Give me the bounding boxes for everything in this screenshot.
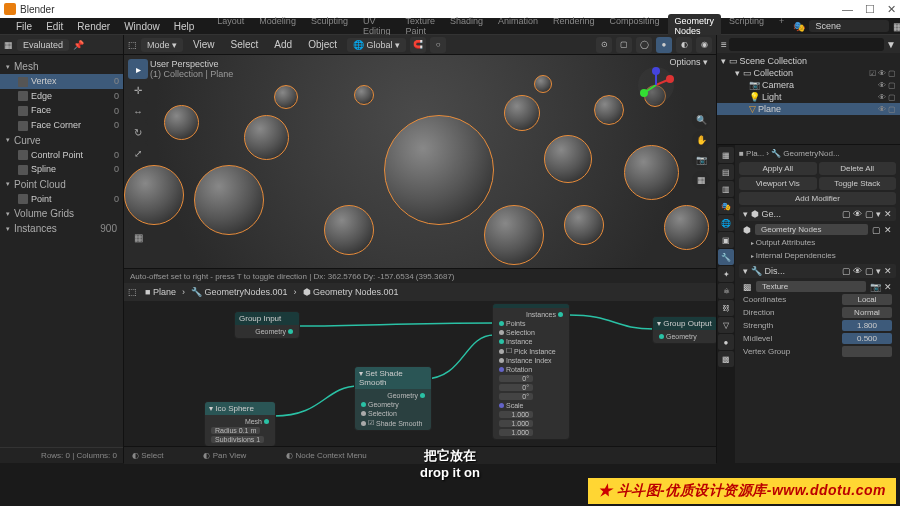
group-curve[interactable]: Curve — [0, 133, 123, 148]
editor-type-icon[interactable]: ⬚ — [128, 40, 137, 50]
vp-view[interactable]: View — [187, 37, 221, 52]
group-pointcloud[interactable]: Point Cloud — [0, 177, 123, 192]
group-volume[interactable]: Volume Grids — [0, 206, 123, 221]
shading-matprev-icon[interactable]: ◐ — [676, 37, 692, 53]
nodetree-name[interactable]: Geometry Nodes — [755, 224, 868, 235]
menu-render[interactable]: Render — [71, 19, 116, 34]
eval-mode-dropdown[interactable]: Evaluated — [17, 39, 69, 51]
proptab-modifier[interactable]: 🔧 — [718, 249, 734, 265]
delete-all-button[interactable]: Delete All — [819, 162, 897, 175]
attr-point[interactable]: Point0 — [0, 192, 123, 207]
proportional-icon[interactable]: ○ — [430, 37, 446, 53]
close-button[interactable]: ✕ — [887, 3, 896, 16]
shading-solid-icon[interactable]: ● — [656, 37, 672, 53]
tool-move[interactable]: ↔ — [128, 101, 148, 121]
proptab-physics[interactable]: ⚛ — [718, 283, 734, 299]
proptab-render[interactable]: ▦ — [718, 147, 734, 163]
ol-light[interactable]: 💡Light👁 ▢ — [717, 91, 900, 103]
tool-add[interactable]: ▦ — [128, 227, 148, 247]
viewport-3d[interactable]: Options ▾ User Perspective (1) Collectio… — [124, 55, 716, 268]
texture-dropdown[interactable]: Texture — [756, 281, 866, 292]
node-editor-icon[interactable]: ⬚ — [128, 287, 137, 297]
proptab-viewlayer[interactable]: ▥ — [718, 181, 734, 197]
proptab-output[interactable]: ▤ — [718, 164, 734, 180]
node-ico-sphere[interactable]: ▾ Ico Sphere Mesh Radius 0.1 m Subdivisi… — [204, 401, 276, 446]
proptab-scene[interactable]: 🎭 — [718, 198, 734, 214]
xray-icon[interactable]: ▢ — [616, 37, 632, 53]
toggle-stack-button[interactable]: Toggle Stack — [819, 177, 897, 190]
tool-cursor[interactable]: ✛ — [128, 80, 148, 100]
node-group-input[interactable]: Group Input Geometry — [234, 311, 300, 339]
ol-plane[interactable]: ▽Plane👁 ▢ — [717, 103, 900, 115]
apply-all-button[interactable]: Apply All — [739, 162, 817, 175]
nav-pan[interactable]: ✋ — [692, 131, 710, 149]
menu-edit[interactable]: Edit — [40, 19, 69, 34]
direction-dropdown[interactable]: Normal — [842, 307, 892, 318]
attr-face[interactable]: Face0 — [0, 103, 123, 118]
overlay-icon[interactable]: ⊙ — [596, 37, 612, 53]
coords-dropdown[interactable]: Local — [842, 294, 892, 305]
proptab-world[interactable]: 🌐 — [718, 215, 734, 231]
sphere-instance — [164, 105, 199, 140]
outliner-filter-icon[interactable]: ▼ — [886, 39, 896, 50]
nav-camera[interactable]: 📷 — [692, 151, 710, 169]
orientation-dropdown[interactable]: 🌐 Global ▾ — [347, 38, 406, 52]
proptab-texture[interactable]: ▩ — [718, 351, 734, 367]
properties-tabs: ▦ ▤ ▥ 🎭 🌐 ▣ 🔧 ✦ ⚛ ⛓ ▽ ● ▩ — [717, 145, 735, 463]
axis-gizmo[interactable] — [636, 65, 676, 105]
proptab-material[interactable]: ● — [718, 334, 734, 350]
section-internal-deps[interactable]: Internal Dependencies — [739, 249, 896, 262]
proptab-constraint[interactable]: ⛓ — [718, 300, 734, 316]
bc-modifier[interactable]: 🔧 GeometryNodes.001 — [187, 286, 292, 298]
group-instances[interactable]: Instances900 — [0, 221, 123, 236]
attr-controlpoint[interactable]: Control Point0 — [0, 148, 123, 163]
scene-selector[interactable]: Scene — [809, 20, 889, 32]
vp-select[interactable]: Select — [225, 37, 265, 52]
minimize-button[interactable]: — — [842, 3, 853, 16]
strength-field[interactable]: 1.800 — [842, 320, 892, 331]
maximize-button[interactable]: ☐ — [865, 3, 875, 16]
attr-edge[interactable]: Edge0 — [0, 89, 123, 104]
snap-icon[interactable]: 🧲 — [410, 37, 426, 53]
tool-rotate[interactable]: ↻ — [128, 122, 148, 142]
tool-scale[interactable]: ⤢ — [128, 143, 148, 163]
pin-icon[interactable]: 📌 — [73, 40, 84, 50]
bc-object[interactable]: ■ Plane — [141, 286, 180, 298]
attr-facecorner[interactable]: Face Corner0 — [0, 118, 123, 133]
menu-help[interactable]: Help — [168, 19, 201, 34]
add-modifier-button[interactable]: Add Modifier — [739, 192, 896, 205]
viewport-vis-button[interactable]: Viewport Vis — [739, 177, 817, 190]
modifier-displace-header[interactable]: ▾ 🔧Dis... ▢ 👁 ▢ ▾ ✕ — [739, 264, 896, 278]
section-output-attrs[interactable]: Output Attributes — [739, 236, 896, 249]
attr-spline[interactable]: Spline0 — [0, 162, 123, 177]
attr-vertex[interactable]: Vertex0 — [0, 74, 123, 89]
vertex-group-field[interactable]: ⠀ — [842, 346, 892, 357]
ol-collection[interactable]: ▾ ▭Collection☑ 👁 ▢ — [717, 67, 900, 79]
ol-camera[interactable]: 📷Camera👁 ▢ — [717, 79, 900, 91]
node-instance-on-points[interactable]: Instances Points Selection Instance ☐ Pi… — [492, 303, 570, 440]
bc-nodetree[interactable]: ⬢ Geometry Nodes.001 — [299, 286, 403, 298]
midlevel-field[interactable]: 0.500 — [842, 333, 892, 344]
menu-window[interactable]: Window — [118, 19, 166, 34]
mode-dropdown[interactable]: Mode ▾ — [141, 38, 183, 52]
outliner-type-icon[interactable]: ≡ — [721, 39, 727, 50]
nav-zoom[interactable]: 🔍 — [692, 111, 710, 129]
node-canvas[interactable]: Group Input Geometry ▾ Ico Sphere Mesh R… — [124, 301, 716, 446]
node-set-shade-smooth[interactable]: ▾ Set Shade Smooth Geometry Geometry Sel… — [354, 366, 432, 431]
vp-object[interactable]: Object — [302, 37, 343, 52]
ol-scene-collection[interactable]: ▾ ▭Scene Collection — [717, 55, 900, 67]
menu-file[interactable]: File — [10, 19, 38, 34]
shading-wire-icon[interactable]: ◯ — [636, 37, 652, 53]
node-group-output[interactable]: ▾ Group Output Geometry — [652, 316, 716, 344]
outliner-search[interactable] — [729, 38, 884, 51]
vp-add[interactable]: Add — [268, 37, 298, 52]
proptab-particle[interactable]: ✦ — [718, 266, 734, 282]
nav-persp[interactable]: ▦ — [692, 171, 710, 189]
proptab-mesh[interactable]: ▽ — [718, 317, 734, 333]
shading-rendered-icon[interactable]: ◉ — [696, 37, 712, 53]
outliner-header: ≡ ▼ — [717, 35, 900, 53]
group-mesh[interactable]: Mesh — [0, 59, 123, 74]
modifier-geonodes-header[interactable]: ▾ ⬢Ge... ▢ 👁 ▢ ▾ ✕ — [739, 207, 896, 221]
tool-select[interactable]: ▸ — [128, 59, 148, 79]
proptab-object[interactable]: ▣ — [718, 232, 734, 248]
